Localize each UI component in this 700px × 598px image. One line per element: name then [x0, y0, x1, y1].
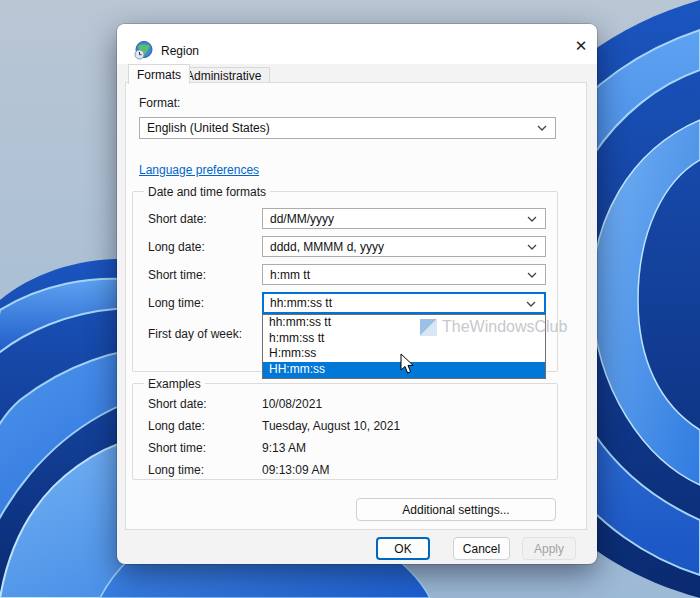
chevron-down-icon [527, 244, 537, 250]
short-date-value: dd/MM/yyyy [270, 212, 334, 226]
long-time-dropdown-list: hh:mm:ss tt h:mm:ss tt H:mm:ss HH:mm:ss [262, 314, 546, 379]
short-time-label: Short time: [148, 268, 206, 282]
additional-settings-button[interactable]: Additional settings... [356, 498, 556, 521]
cancel-button[interactable]: Cancel [453, 537, 510, 560]
long-time-value: hh:mm:ss tt [270, 296, 332, 310]
example-short-date-label: Short date: [148, 397, 207, 411]
long-time-combobox-open[interactable]: hh:mm:ss tt [262, 292, 546, 314]
long-date-combobox[interactable]: dddd, MMMM d, yyyy [262, 236, 546, 257]
dropdown-option[interactable]: h:mm:ss tt [263, 331, 545, 347]
example-short-time-value: 9:13 AM [262, 441, 306, 455]
titlebar[interactable]: Region ✕ [117, 24, 597, 64]
window-title: Region [161, 44, 199, 58]
region-window: Region ✕ Formats Administrative Format: … [117, 24, 597, 564]
chevron-down-icon [537, 125, 547, 131]
close-icon[interactable]: ✕ [567, 33, 595, 59]
chevron-down-icon [526, 301, 536, 307]
format-combobox[interactable]: English (United States) [139, 117, 556, 139]
short-time-combobox[interactable]: h:mm tt [262, 264, 546, 285]
example-long-time-value: 09:13:09 AM [262, 463, 329, 477]
long-date-value: dddd, MMMM d, yyyy [270, 240, 384, 254]
dropdown-option[interactable]: H:mm:ss [263, 346, 545, 362]
example-long-time-label: Long time: [148, 463, 204, 477]
language-preferences-link[interactable]: Language preferences [139, 163, 259, 177]
example-short-date-value: 10/08/2021 [262, 397, 322, 411]
region-globe-icon [134, 41, 153, 60]
short-date-label: Short date: [148, 212, 207, 226]
ok-button[interactable]: OK [376, 537, 430, 560]
first-day-of-week-label: First day of week: [148, 327, 242, 341]
example-short-time-label: Short time: [148, 441, 206, 455]
apply-button[interactable]: Apply [522, 537, 576, 560]
chevron-down-icon [527, 216, 537, 222]
short-time-value: h:mm tt [270, 268, 310, 282]
datetime-formats-group-title: Date and time formats [144, 185, 270, 199]
dropdown-option-selected[interactable]: HH:mm:ss [263, 362, 545, 378]
long-date-label: Long date: [148, 240, 205, 254]
example-long-date-value: Tuesday, August 10, 2021 [262, 419, 400, 433]
format-combobox-value: English (United States) [147, 121, 270, 135]
chevron-down-icon [527, 272, 537, 278]
tab-formats[interactable]: Formats [128, 64, 190, 84]
example-long-date-label: Long date: [148, 419, 205, 433]
short-date-combobox[interactable]: dd/MM/yyyy [262, 208, 546, 229]
format-label: Format: [139, 96, 180, 110]
examples-group-title: Examples [144, 377, 205, 391]
long-time-label: Long time: [148, 296, 204, 310]
dropdown-option[interactable]: hh:mm:ss tt [263, 315, 545, 331]
